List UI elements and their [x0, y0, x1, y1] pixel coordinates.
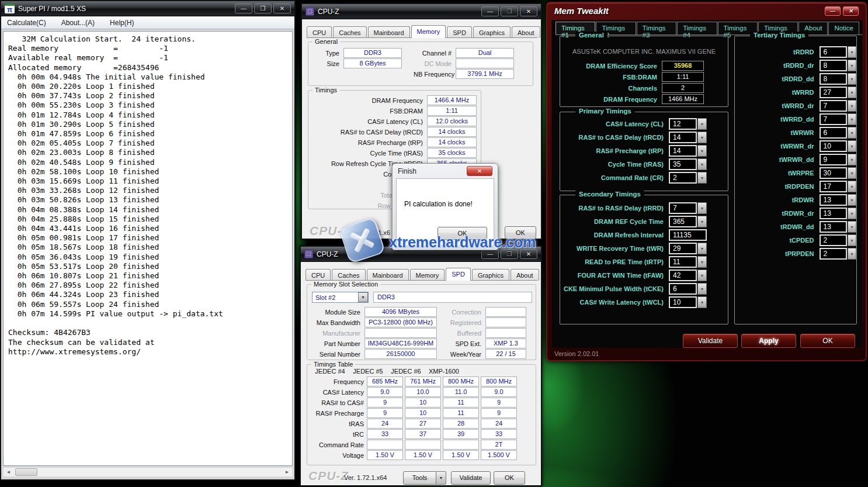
timing-value[interactable]: 10	[820, 140, 847, 152]
timing-value[interactable]: 6	[820, 46, 847, 58]
menu-item[interactable]: Calculate(C)	[7, 19, 46, 27]
timing-value[interactable]: 12	[669, 118, 697, 130]
close-icon[interactable]: ✕	[520, 6, 537, 16]
tools-split-button[interactable]: Tools ▼	[403, 471, 446, 485]
tab[interactable]: Notice	[828, 22, 859, 34]
chevron-down-icon[interactable]: ▼	[697, 256, 707, 268]
memtweakit-titlebar[interactable]: Mem TweakIt — ✕	[547, 3, 866, 19]
chevron-down-icon[interactable]: ▼	[697, 296, 707, 308]
timing-value[interactable]: 27	[820, 87, 847, 98]
timing-value[interactable]: 14	[669, 145, 697, 157]
timing-value[interactable]: 14	[669, 132, 697, 143]
chevron-down-icon[interactable]: ▼	[697, 132, 707, 143]
dialog-titlebar[interactable]: Finish ✕	[393, 164, 498, 178]
tab[interactable]: SPD	[446, 268, 471, 281]
ok-button[interactable]: OK	[494, 471, 525, 485]
timing-value[interactable]: 2	[820, 248, 847, 260]
timing-value[interactable]: 2	[669, 172, 697, 184]
tab[interactable]: Graphics	[473, 26, 511, 38]
chevron-down-icon[interactable]: ▼	[848, 100, 856, 112]
chevron-down-icon[interactable]: ▼	[848, 127, 856, 139]
chevron-down-icon[interactable]: ▼	[848, 154, 856, 165]
timing-value[interactable]: 11135	[669, 229, 707, 241]
chevron-down-icon[interactable]: ▼	[358, 292, 368, 302]
chevron-down-icon[interactable]: ▼	[436, 471, 446, 485]
superpi-titlebar[interactable]: π Super PI / mod1.5 XS — ❐ ✕	[1, 1, 294, 16]
menu-item[interactable]: Help(H)	[110, 19, 134, 27]
tab[interactable]: Graphics	[472, 269, 509, 281]
chevron-down-icon[interactable]: ▼	[697, 202, 707, 214]
ok-button[interactable]: OK	[800, 334, 855, 348]
timing-value[interactable]: 6	[820, 127, 847, 139]
timing-value[interactable]: 13	[820, 194, 847, 206]
timing-value[interactable]: 13	[820, 221, 847, 233]
timing-value[interactable]: 11	[669, 256, 697, 268]
timing-value[interactable]: 35	[669, 158, 697, 170]
chevron-down-icon[interactable]: ▼	[848, 194, 856, 206]
tab[interactable]: Caches	[332, 269, 365, 281]
tab[interactable]: Memory	[410, 269, 445, 281]
tab[interactable]: Caches	[333, 26, 366, 38]
timing-value[interactable]: 7	[820, 113, 847, 125]
chevron-down-icon[interactable]: ▼	[848, 208, 856, 219]
minimize-icon[interactable]: —	[481, 6, 499, 16]
timing-value[interactable]: 13	[820, 208, 847, 219]
timing-value[interactable]: 17	[820, 181, 847, 192]
chevron-down-icon[interactable]: ▼	[848, 87, 856, 98]
apply-button[interactable]: Apply	[741, 334, 796, 348]
minimize-icon[interactable]: —	[235, 4, 252, 13]
scrollbar-thumb[interactable]	[15, 468, 37, 476]
validate-button[interactable]: Validate	[683, 334, 738, 348]
chevron-down-icon[interactable]: ▼	[697, 118, 707, 130]
chevron-down-icon[interactable]: ▼	[697, 158, 707, 170]
chevron-down-icon[interactable]: ▼	[848, 73, 856, 85]
chevron-down-icon[interactable]: ▼	[848, 221, 856, 233]
timing-value[interactable]: 7	[669, 202, 697, 214]
chevron-down-icon[interactable]: ▼	[848, 140, 856, 152]
timing-value[interactable]: 8	[820, 73, 847, 85]
chevron-down-icon[interactable]: ▼	[697, 270, 707, 281]
chevron-down-icon[interactable]: ▼	[697, 283, 707, 295]
chevron-down-icon[interactable]: ▼	[697, 243, 707, 254]
minimize-icon[interactable]: —	[825, 6, 841, 16]
tab[interactable]: About	[511, 269, 539, 281]
timing-value[interactable]: 42	[669, 270, 697, 281]
chevron-down-icon[interactable]: ▼	[697, 145, 707, 157]
chevron-down-icon[interactable]: ▼	[697, 172, 707, 184]
tab[interactable]: Timings #3	[637, 22, 676, 34]
tab[interactable]: About	[512, 26, 540, 38]
timing-value[interactable]: 29	[669, 243, 697, 254]
chevron-down-icon[interactable]: ▼	[848, 248, 856, 260]
timing-value[interactable]: 7	[820, 100, 847, 112]
horizontal-scrollbar[interactable]: ◄ ►	[3, 467, 293, 477]
scroll-right-icon[interactable]: ►	[282, 469, 292, 475]
timing-value[interactable]: 30	[820, 167, 847, 179]
tab[interactable]: Mainboard	[367, 269, 409, 281]
timing-value[interactable]: 2	[820, 234, 847, 246]
tab[interactable]: Mainboard	[368, 26, 410, 38]
chevron-down-icon[interactable]: ▼	[697, 216, 707, 227]
close-icon[interactable]: ✕	[467, 166, 492, 176]
slot-select[interactable]: Slot #2 ▼	[312, 292, 369, 303]
tab[interactable]: SPD	[447, 26, 472, 38]
chevron-down-icon[interactable]: ▼	[848, 234, 856, 246]
timing-value[interactable]: 9	[820, 154, 847, 165]
tab[interactable]: CPU	[305, 269, 331, 281]
scroll-left-icon[interactable]: ◄	[4, 469, 13, 475]
chevron-down-icon[interactable]: ▼	[848, 113, 856, 125]
timing-value[interactable]: 10	[669, 296, 697, 308]
timing-value[interactable]: 8	[820, 60, 847, 71]
timing-value[interactable]: 365	[669, 216, 697, 227]
maximize-icon[interactable]: ❐	[254, 4, 272, 13]
tools-button[interactable]: Tools	[403, 471, 436, 485]
tab[interactable]: CPU	[307, 26, 332, 38]
chevron-down-icon[interactable]: ▼	[848, 60, 856, 71]
chevron-down-icon[interactable]: ▼	[848, 167, 856, 179]
maximize-icon[interactable]: ❐	[501, 6, 518, 16]
menu-item[interactable]: About...(A)	[61, 19, 95, 27]
tab[interactable]: Memory	[411, 25, 446, 38]
close-icon[interactable]: ✕	[273, 4, 291, 13]
chevron-down-icon[interactable]: ▼	[848, 181, 856, 192]
timing-value[interactable]: 6	[669, 283, 697, 295]
close-icon[interactable]: ✕	[843, 6, 859, 16]
